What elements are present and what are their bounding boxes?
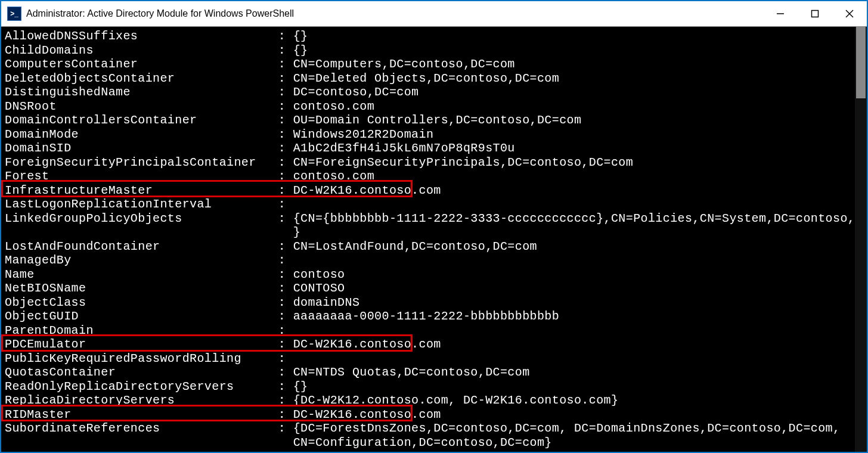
output-line: AllowedDNSSuffixes : {} [5,29,855,44]
output-line: ComputersContainer : CN=Computers,DC=con… [5,57,855,72]
output-line: LostAndFoundContainer : CN=LostAndFound,… [5,240,855,254]
output-line: RIDMaster : DC-W2K16.contoso.com [5,408,855,422]
output-line: ForeignSecurityPrincipalsContainer : CN=… [5,156,855,170]
output-line: DNSRoot : contoso.com [5,100,855,114]
svg-rect-1 [812,11,819,17]
output-line: ParentDomain : [5,324,855,338]
output-line: ObjectGUID : aaaaaaaa-0000-1111-2222-bbb… [5,309,855,324]
terminal-output[interactable]: AllowedDNSSuffixes : {}ChildDomains : {}… [1,27,855,452]
output-line: SubordinateReferences : {DC=ForestDnsZon… [5,421,855,436]
output-line: Forest : contoso.com [5,169,855,184]
output-line: } [5,225,855,240]
output-line: InfrastructureMaster : DC-W2K16.contoso.… [5,184,855,198]
output-line: DeletedObjectsContainer : CN=Deleted Obj… [5,72,855,86]
maximize-button[interactable] [798,1,832,26]
output-line: ManagedBy : [5,253,855,268]
scrollbar[interactable] [855,27,867,452]
minimize-button[interactable] [763,1,798,26]
output-line: ChildDomains : {} [5,44,855,58]
output-line: LinkedGroupPolicyObjects : {CN={bbbbbbbb… [5,212,855,226]
output-line: PublicKeyRequiredPasswordRolling : [5,352,855,366]
output-line: DomainSID : A1bC2dE3fH4iJ5kL6mN7oP8qR9sT… [5,141,855,156]
powershell-icon: >_ [7,7,21,21]
close-button[interactable] [832,1,867,26]
output-line: Name : contoso [5,268,855,282]
output-line: ObjectClass : domainDNS [5,296,855,310]
titlebar[interactable]: >_ Administrator: Active Directory Modul… [1,1,867,27]
output-line: DomainMode : Windows2012R2Domain [5,128,855,142]
output-line: PDCEmulator : DC-W2K16.contoso.com [5,337,855,352]
powershell-window: >_ Administrator: Active Directory Modul… [0,0,868,453]
output-line: NetBIOSName : CONTOSO [5,281,855,296]
output-line: ReadOnlyReplicaDirectoryServers : {} [5,380,855,394]
output-line: LastLogonReplicationInterval : [5,197,855,212]
output-line: ReplicaDirectoryServers : {DC-W2K12.cont… [5,393,855,408]
window-title: Administrator: Active Directory Module f… [26,8,294,19]
output-line: CN=Configuration,DC=contoso,DC=com} [5,436,855,450]
scroll-thumb[interactable] [856,27,866,98]
output-line: QuotasContainer : CN=NTDS Quotas,DC=cont… [5,365,855,380]
output-line: DomainControllersContainer : OU=Domain C… [5,113,855,128]
output-line: DistinguishedName : DC=contoso,DC=com [5,85,855,100]
